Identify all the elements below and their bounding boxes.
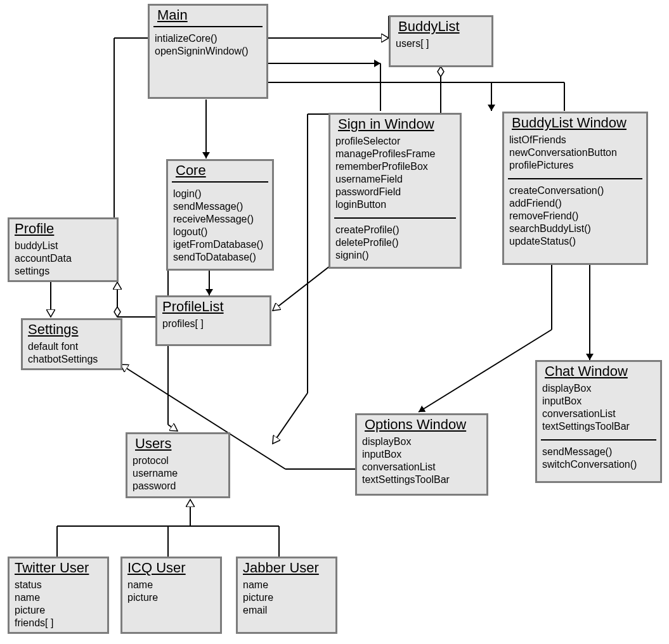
svg-line-11 bbox=[273, 266, 330, 311]
attr: textSettingsToolBar bbox=[362, 473, 481, 486]
op: switchConversation() bbox=[542, 458, 655, 471]
class-icq-user: ICQ User name picture bbox=[120, 557, 222, 634]
attr: inputBox bbox=[362, 448, 481, 461]
attr: conversationList bbox=[362, 461, 481, 473]
class-title: Jabber User bbox=[238, 558, 335, 576]
attr: picture bbox=[127, 591, 215, 604]
class-profile: Profile buddyList accountData settings bbox=[8, 217, 119, 282]
svg-line-18 bbox=[419, 330, 552, 412]
attr: profilePictures bbox=[509, 159, 641, 172]
class-attrs: protocol username password bbox=[127, 452, 228, 496]
class-chat-window: Chat Window displayBox inputBox conversa… bbox=[535, 360, 662, 483]
op: login() bbox=[173, 188, 267, 200]
op: updateStatus() bbox=[509, 235, 641, 248]
op: logout() bbox=[173, 226, 267, 238]
attr: picture bbox=[243, 591, 330, 604]
op: createProfile() bbox=[335, 224, 455, 236]
class-attrs: profiles[ ] bbox=[157, 315, 270, 334]
attr: settings bbox=[15, 265, 112, 278]
attr: users[ ] bbox=[396, 37, 486, 50]
op: sendMessage() bbox=[173, 200, 267, 213]
attr: picture bbox=[15, 604, 102, 617]
uml-diagram-canvas: Main intializeCore() openSigninWindow() … bbox=[0, 0, 669, 644]
attr: name bbox=[243, 579, 330, 591]
class-attrs: name picture bbox=[122, 576, 220, 608]
class-settings: Settings default font chatbotSettings bbox=[21, 318, 122, 370]
attr: rememberProfileBox bbox=[335, 160, 455, 173]
class-users: Users protocol username password bbox=[126, 432, 230, 498]
attr: profileSelector bbox=[335, 135, 455, 148]
op: sendToDatabase() bbox=[173, 251, 267, 264]
op: sendMessage() bbox=[542, 446, 655, 458]
op: deleteProfile() bbox=[335, 236, 455, 249]
attr: username bbox=[133, 467, 223, 480]
class-title: Main bbox=[150, 6, 266, 23]
class-attrs: listOfFriends newConversationButton prof… bbox=[504, 131, 646, 176]
class-twitter-user: Twitter User status name picture friends… bbox=[8, 557, 109, 634]
svg-line-25 bbox=[168, 425, 178, 431]
class-title: BuddyList bbox=[391, 17, 491, 35]
attr: buddyList bbox=[15, 240, 112, 252]
class-ops: createConversation() addFriend() removeF… bbox=[504, 182, 646, 252]
class-attrs: status name picture friends[ ] bbox=[10, 576, 107, 633]
class-title: Twitter User bbox=[10, 558, 107, 576]
class-title: Core bbox=[168, 161, 272, 179]
attr: default font bbox=[28, 340, 115, 353]
class-profilelist: ProfileList profiles[ ] bbox=[155, 295, 271, 346]
class-title: ProfileList bbox=[157, 297, 270, 315]
op: createConversation() bbox=[509, 184, 641, 197]
class-buddylist: BuddyList users[ ] bbox=[389, 15, 493, 67]
class-title: Options Window bbox=[357, 415, 486, 433]
class-title: Settings bbox=[23, 320, 120, 338]
attr: name bbox=[15, 591, 102, 604]
op: intializeCore() bbox=[155, 32, 261, 45]
class-attrs: default font chatbotSettings bbox=[23, 338, 120, 370]
class-title: ICQ User bbox=[122, 558, 220, 576]
attr: newConversationButton bbox=[509, 146, 641, 159]
attr: displayBox bbox=[542, 382, 655, 395]
attr: manageProfilesFrame bbox=[335, 148, 455, 160]
attr: name bbox=[127, 579, 215, 591]
class-title: BuddyList Window bbox=[504, 113, 646, 131]
attr: accountData bbox=[15, 252, 112, 265]
class-ops: createProfile() deleteProfile() signin() bbox=[330, 221, 460, 266]
op: igetFromDatabase() bbox=[173, 238, 267, 251]
op: addFriend() bbox=[509, 197, 641, 210]
class-main: Main intializeCore() openSigninWindow() bbox=[148, 4, 268, 99]
attr: usernameField bbox=[335, 173, 455, 186]
class-attrs: users[ ] bbox=[391, 35, 491, 54]
attr: profiles[ ] bbox=[162, 318, 264, 330]
class-ops: intializeCore() openSigninWindow() bbox=[150, 30, 266, 61]
attr: textSettingsToolBar bbox=[542, 420, 655, 433]
class-title: Chat Window bbox=[537, 362, 660, 380]
attr: passwordField bbox=[335, 186, 455, 198]
attr: inputBox bbox=[542, 395, 655, 408]
op: openSigninWindow() bbox=[155, 45, 261, 58]
attr: listOfFriends bbox=[509, 134, 641, 146]
attr: password bbox=[133, 480, 223, 493]
class-title: Sign in Window bbox=[330, 115, 460, 132]
class-jabber-user: Jabber User name picture email bbox=[236, 557, 337, 634]
class-buddylist-window: BuddyList Window listOfFriends newConver… bbox=[502, 112, 648, 265]
attr: displayBox bbox=[362, 435, 481, 448]
class-title: Users bbox=[127, 434, 228, 452]
attr: friends[ ] bbox=[15, 617, 102, 629]
class-attrs: displayBox inputBox conversationList tex… bbox=[357, 433, 486, 490]
op: receiveMessage() bbox=[173, 213, 267, 226]
attr: email bbox=[243, 604, 330, 617]
class-ops: sendMessage() switchConversation() bbox=[537, 443, 660, 475]
attr: conversationList bbox=[542, 408, 655, 420]
class-attrs: buddyList accountData settings bbox=[10, 237, 117, 281]
class-ops: login() sendMessage() receiveMessage() l… bbox=[168, 185, 272, 267]
class-attrs: profileSelector manageProfilesFrame reme… bbox=[330, 132, 460, 215]
attr: protocol bbox=[133, 454, 223, 467]
class-attrs: displayBox inputBox conversationList tex… bbox=[537, 380, 660, 437]
class-attrs: name picture email bbox=[238, 576, 335, 621]
op: searchBuddyList() bbox=[509, 222, 641, 235]
op: removeFriend() bbox=[509, 210, 641, 222]
class-signin-window: Sign in Window profileSelector managePro… bbox=[328, 113, 462, 269]
class-core: Core login() sendMessage() receiveMessag… bbox=[166, 159, 274, 271]
attr: status bbox=[15, 579, 102, 591]
op: signin() bbox=[335, 249, 455, 262]
attr: loginButton bbox=[335, 198, 455, 211]
